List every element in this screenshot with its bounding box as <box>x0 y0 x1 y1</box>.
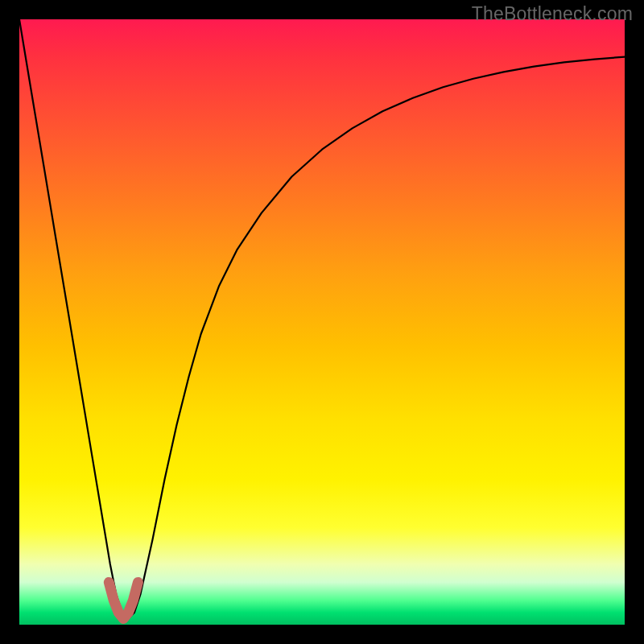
plot-area <box>19 19 625 625</box>
chart-frame: TheBottleneck.com <box>0 0 644 644</box>
valley-highlight <box>109 582 138 618</box>
curve-layer <box>19 19 625 625</box>
bottleneck-curve <box>19 19 625 619</box>
watermark-text: TheBottleneck.com <box>472 3 633 25</box>
